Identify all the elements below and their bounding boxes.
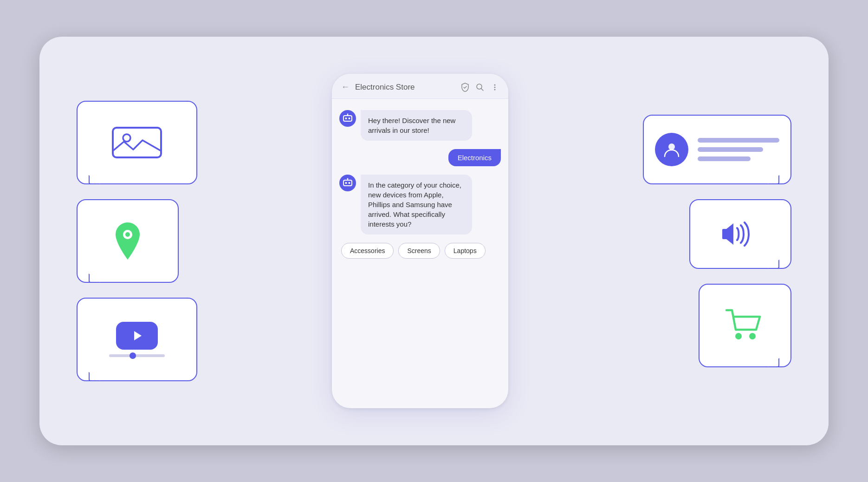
left-column [77, 101, 197, 381]
sound-icon [719, 218, 761, 250]
video-card [77, 298, 197, 381]
svg-rect-0 [113, 128, 161, 157]
video-progress-dot [130, 352, 136, 359]
svg-point-7 [494, 84, 496, 85]
bot-avatar-2 [339, 175, 356, 191]
quick-replies: Accessories Screens Laptops [339, 243, 501, 262]
bot-icon-2 [343, 178, 353, 188]
location-card [77, 199, 179, 283]
svg-marker-4 [134, 331, 142, 340]
bot-message-1: Hey there! Discover the new arrivals in … [339, 110, 501, 141]
svg-point-1 [123, 134, 130, 142]
back-button[interactable]: ← [341, 82, 350, 92]
phone-chat: Hey there! Discover the new arrivals in … [332, 99, 508, 408]
more-options-icon[interactable] [491, 83, 499, 91]
svg-point-20 [668, 143, 675, 150]
quick-reply-screens[interactable]: Screens [398, 243, 440, 259]
video-timeline [109, 354, 165, 357]
phone-title: Electronics Store [355, 83, 455, 92]
video-play-button[interactable] [116, 322, 158, 350]
right-column [643, 115, 791, 367]
svg-point-11 [345, 117, 347, 119]
user-message-1: Electronics [339, 149, 501, 166]
profile-text-lines [698, 138, 779, 161]
user-icon [663, 141, 680, 158]
svg-point-17 [349, 182, 350, 184]
svg-point-21 [735, 333, 742, 339]
svg-point-8 [494, 86, 496, 88]
svg-point-12 [349, 117, 350, 119]
quick-reply-laptops[interactable]: Laptops [445, 243, 486, 259]
svg-line-6 [481, 88, 484, 91]
phone-mockup: ← Electronics Store [332, 74, 508, 408]
phone-header: ← Electronics Store [332, 74, 508, 99]
image-card [77, 101, 197, 184]
quick-reply-accessories[interactable]: Accessories [341, 243, 394, 259]
svg-rect-15 [343, 180, 352, 186]
svg-point-22 [749, 333, 756, 339]
bot-bubble-2: In the category of your choice, new devi… [361, 175, 472, 234]
shield-icon [461, 83, 469, 92]
play-icon [130, 329, 143, 342]
profile-line-3 [698, 156, 751, 161]
svg-point-19 [347, 178, 349, 180]
video-inner [109, 322, 165, 357]
svg-point-14 [347, 114, 349, 115]
outer-card: ← Electronics Store [39, 37, 829, 445]
user-bubble-1: Electronics [448, 149, 501, 166]
header-icons [461, 83, 499, 92]
svg-point-3 [125, 232, 130, 237]
bot-avatar-1 [339, 110, 356, 127]
bot-bubble-1: Hey there! Discover the new arrivals in … [361, 110, 472, 141]
layout: ← Electronics Store [39, 37, 829, 445]
bot-icon [343, 113, 353, 124]
profile-avatar [655, 133, 688, 166]
svg-point-16 [345, 182, 347, 184]
profile-card [643, 115, 791, 184]
svg-point-9 [494, 89, 496, 90]
cart-icon [722, 305, 768, 346]
cart-card [699, 284, 791, 367]
search-icon[interactable] [476, 83, 484, 91]
profile-line-1 [698, 138, 779, 143]
bot-message-2: In the category of your choice, new devi… [339, 175, 501, 234]
sound-card [689, 199, 791, 269]
profile-line-2 [698, 147, 763, 152]
svg-rect-10 [343, 116, 352, 121]
location-pin-icon [111, 220, 144, 262]
image-icon [109, 124, 165, 161]
